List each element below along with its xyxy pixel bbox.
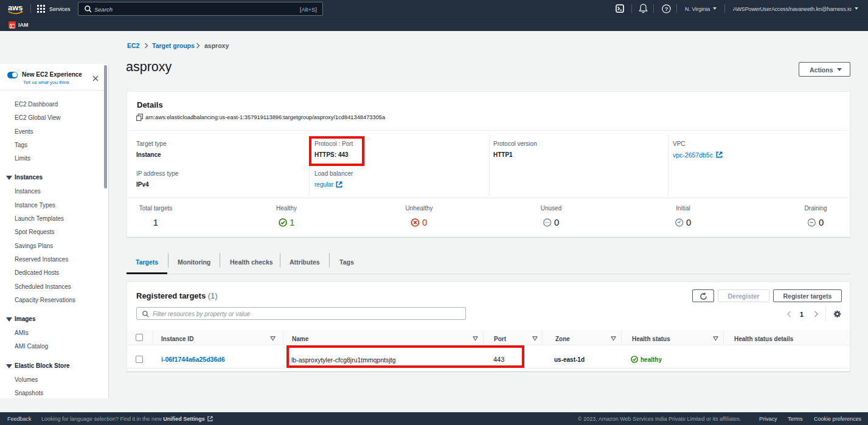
svg-text:aws: aws <box>8 3 23 12</box>
svg-text:?: ? <box>665 6 668 12</box>
